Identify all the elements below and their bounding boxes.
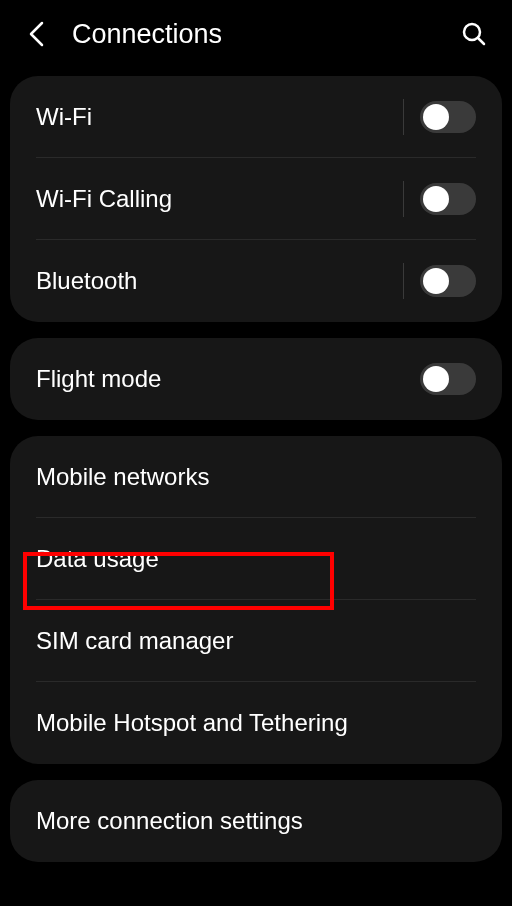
- wifi-toggle[interactable]: [420, 101, 476, 133]
- row-bluetooth[interactable]: Bluetooth: [10, 240, 502, 322]
- divider: [403, 181, 404, 217]
- section-more: More connection settings: [10, 780, 502, 862]
- toggle-knob: [423, 268, 449, 294]
- section-flight: Flight mode: [10, 338, 502, 420]
- row-label: More connection settings: [36, 807, 476, 835]
- row-label: Flight mode: [36, 365, 420, 393]
- search-icon[interactable]: [460, 20, 488, 48]
- row-label: Mobile networks: [36, 463, 476, 491]
- row-label: Bluetooth: [36, 267, 403, 295]
- bluetooth-toggle[interactable]: [420, 265, 476, 297]
- row-label: Mobile Hotspot and Tethering: [36, 709, 476, 737]
- row-data-usage[interactable]: Data usage: [10, 518, 502, 600]
- flight-mode-toggle[interactable]: [420, 363, 476, 395]
- row-label: SIM card manager: [36, 627, 476, 655]
- row-flight-mode[interactable]: Flight mode: [10, 338, 502, 420]
- divider: [403, 99, 404, 135]
- header: Connections: [0, 0, 512, 68]
- row-sim-card-manager[interactable]: SIM card manager: [10, 600, 502, 682]
- row-mobile-hotspot[interactable]: Mobile Hotspot and Tethering: [10, 682, 502, 764]
- row-mobile-networks[interactable]: Mobile networks: [10, 436, 502, 518]
- row-label: Wi-Fi: [36, 103, 403, 131]
- toggle-knob: [423, 186, 449, 212]
- divider: [403, 263, 404, 299]
- page-title: Connections: [72, 19, 460, 50]
- back-icon[interactable]: [24, 22, 48, 46]
- row-label: Data usage: [36, 545, 476, 573]
- row-label: Wi-Fi Calling: [36, 185, 403, 213]
- row-wifi-calling[interactable]: Wi-Fi Calling: [10, 158, 502, 240]
- row-wifi[interactable]: Wi-Fi: [10, 76, 502, 158]
- toggle-knob: [423, 104, 449, 130]
- row-more-connection-settings[interactable]: More connection settings: [10, 780, 502, 862]
- section-mobile: Mobile networks Data usage SIM card mana…: [10, 436, 502, 764]
- toggle-knob: [423, 366, 449, 392]
- wifi-calling-toggle[interactable]: [420, 183, 476, 215]
- section-wireless: Wi-Fi Wi-Fi Calling Bluetooth: [10, 76, 502, 322]
